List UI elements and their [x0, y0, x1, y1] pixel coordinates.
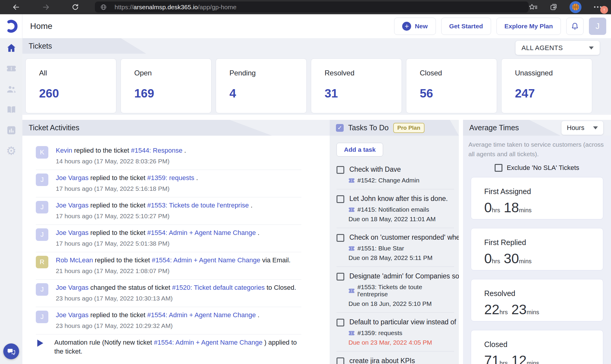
- task-checkbox[interactable]: [337, 166, 344, 174]
- activity-timestamp: 17 hours ago (17 May, 2022 5:01:38 PM): [56, 239, 260, 248]
- task-ticket-ref[interactable]: #1551: Blue Star: [357, 245, 404, 252]
- support-chat-button[interactable]: [3, 343, 19, 359]
- activity-avatar: J: [36, 201, 48, 213]
- task-checkbox[interactable]: [337, 319, 344, 326]
- back-icon[interactable]: [12, 3, 20, 11]
- sidebar-item-knowledge-base[interactable]: [6, 104, 17, 115]
- address-bar[interactable]: https://arsenalmsp.desk365.io/app/gp-hom…: [95, 1, 529, 13]
- avg-card-label: First Assigned: [484, 187, 603, 196]
- get-started-button[interactable]: Get Started: [441, 18, 491, 35]
- avg-card-value: 22hrs23mins: [484, 301, 603, 317]
- notifications-button[interactable]: [566, 18, 584, 35]
- average-times-description: Average time taken to service customers …: [468, 140, 606, 159]
- task-checkbox[interactable]: [337, 234, 344, 242]
- new-tab-icon[interactable]: [550, 3, 558, 11]
- ticket-stat-card-closed[interactable]: Closed 56: [406, 58, 497, 113]
- activity-ticket-link[interactable]: #1554: Admin + Agent Name Change: [154, 339, 263, 346]
- pro-plan-badge: Pro Plan: [393, 123, 425, 133]
- ticket-icon: [6, 63, 16, 74]
- ticket-stat-card-unassigned[interactable]: Unassigned 247: [501, 58, 592, 113]
- tasks-checkbox[interactable]: ✓: [336, 124, 344, 132]
- activity-ticket-link[interactable]: #1544: Response: [131, 147, 182, 154]
- update-badge-icon: ↑: [600, 6, 608, 14]
- activity-actor-link[interactable]: Joe Vargas: [56, 229, 89, 236]
- new-button[interactable]: + New: [394, 18, 436, 35]
- sidebar-item-home[interactable]: [6, 42, 17, 54]
- activity-avatar: J: [36, 174, 48, 186]
- stat-label: Open: [134, 69, 211, 77]
- stat-label: Pending: [229, 69, 306, 77]
- sidebar-item-settings[interactable]: ⚙: [6, 145, 17, 157]
- book-icon: [6, 105, 16, 115]
- average-time-cards: First Assigned 0hrs18mins First Replied …: [471, 177, 603, 364]
- menu-icon[interactable]: ↑: [593, 4, 602, 10]
- add-task-button[interactable]: Add a task: [337, 143, 383, 157]
- task-title: Check on 'customer responded' when…: [349, 233, 459, 241]
- exclude-no-sla-checkbox[interactable]: [495, 164, 502, 172]
- activities-list: K Kevin replied to the ticket #1544: Res…: [36, 142, 301, 360]
- ticket-stats-row: All 260 Open 169 Pending 4 Resolved 31 C…: [25, 58, 592, 113]
- expand-arrow-icon[interactable]: [37, 340, 43, 347]
- activity-text: Automation rule (Notify new ticket #1554…: [54, 338, 301, 356]
- task-title: Designate 'admin' for Companies so t…: [349, 272, 459, 280]
- avg-time-card-closed: Closed 71hrs12mins: [471, 330, 603, 364]
- stat-value: 56: [420, 87, 497, 100]
- activity-ticket-link[interactable]: #1554: Admin + Agent Name Change: [147, 229, 256, 236]
- task-checkbox[interactable]: [337, 195, 344, 203]
- activity-ticket-link[interactable]: #1359: requests: [147, 174, 195, 182]
- task-ticket-ref[interactable]: #1415: Notification emails: [357, 206, 429, 213]
- activity-row: K Kevin replied to the ticket #1544: Res…: [36, 142, 301, 170]
- activity-ticket-link[interactable]: #1520: Ticket default categories: [172, 284, 265, 291]
- favorites-icon[interactable]: [529, 3, 538, 11]
- activity-actor-link[interactable]: Rob McLean: [56, 256, 93, 264]
- activity-text: Joe Vargas replied to the ticket #1553: …: [56, 201, 252, 210]
- activity-ticket-link[interactable]: #1554: Admin + Agent Name Change: [147, 311, 256, 319]
- activity-row: J Joe Vargas replied to the ticket #1553…: [36, 197, 301, 225]
- task-due-date: Due on 18 Jun, 2022 5:10 PM: [348, 300, 454, 307]
- browser-toolbar-right: ↑: [529, 1, 611, 13]
- ticket-stat-card-all[interactable]: All 260: [25, 58, 116, 113]
- activity-text: Kevin replied to the ticket #1544: Respo…: [56, 146, 186, 155]
- task-checkbox[interactable]: [337, 273, 344, 281]
- task-ticket-ref[interactable]: #1542: Change Admin: [357, 177, 419, 184]
- explore-my-plan-button[interactable]: Explore My Plan: [496, 18, 561, 35]
- forward-icon[interactable]: [42, 3, 50, 11]
- task-ticket-ref[interactable]: #1359: requests: [357, 329, 402, 337]
- avg-card-label: Closed: [484, 340, 603, 349]
- activity-actor-link[interactable]: Joe Vargas: [56, 284, 89, 291]
- activity-ticket-link[interactable]: #1554: Admin + Agent Name Change: [152, 256, 260, 264]
- time-unit-dropdown[interactable]: Hours: [561, 121, 603, 135]
- task-ticket-ref[interactable]: #1553: Tickets de toute l'entreprise: [357, 284, 454, 298]
- activity-actor-link[interactable]: Joe Vargas: [56, 311, 89, 319]
- sidebar-item-contacts[interactable]: [6, 83, 17, 95]
- task-checkbox[interactable]: [337, 357, 344, 364]
- reload-icon[interactable]: [71, 3, 79, 11]
- home-icon: [6, 43, 16, 53]
- task-row: Let John know after this is done. #1415:…: [337, 189, 454, 228]
- chevron-down-icon: [593, 126, 598, 129]
- activity-ticket-link[interactable]: #1553: Tickets de toute l'entreprise: [147, 202, 249, 209]
- task-title: Default to particular view instead of …: [349, 318, 459, 326]
- ticket-stat-card-pending[interactable]: Pending 4: [216, 58, 307, 113]
- avg-card-value: 0hrs18mins: [484, 199, 603, 216]
- activity-actor-link[interactable]: Joe Vargas: [56, 202, 89, 209]
- activity-actor-link[interactable]: Kevin: [56, 147, 72, 154]
- activity-avatar: J: [36, 283, 48, 296]
- ticket-stat-card-open[interactable]: Open 169: [121, 58, 212, 113]
- activity-actor-link[interactable]: Joe Vargas: [56, 174, 89, 182]
- agents-filter-dropdown[interactable]: ALL AGENTS: [516, 41, 600, 55]
- tasks-title: Tasks To Do: [348, 123, 389, 132]
- sidebar-item-tickets[interactable]: [6, 63, 17, 74]
- page-title: Home: [30, 21, 53, 31]
- activity-row: J Joe Vargas replied to the ticket #1554…: [36, 225, 301, 252]
- app-logo[interactable]: [0, 14, 22, 38]
- task-due-date: Due on 28 May, 2022 5:11 PM: [348, 254, 454, 261]
- gear-icon: ⚙: [6, 145, 16, 157]
- stat-value: 169: [134, 87, 211, 100]
- activity-row: J Joe Vargas replied to the ticket #1359…: [36, 170, 301, 197]
- profile-icon[interactable]: [570, 1, 581, 13]
- user-avatar[interactable]: J: [589, 18, 606, 35]
- sidebar-item-reports[interactable]: [6, 125, 17, 136]
- ticket-stat-card-resolved[interactable]: Resolved 31: [311, 58, 402, 113]
- task-title: create jira about KPIs: [349, 357, 415, 364]
